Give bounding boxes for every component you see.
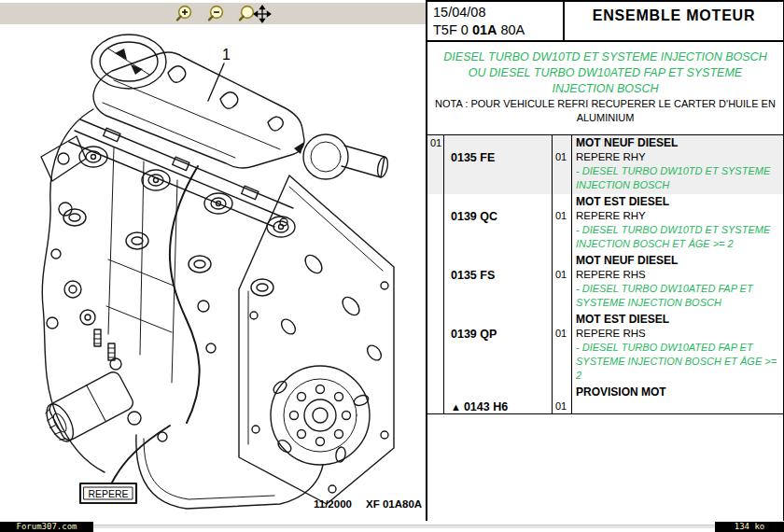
nota-line: ALUMINIUM: [427, 111, 783, 125]
part-subtitle: REPERE RHY: [576, 150, 781, 164]
triangle-marker-icon: ▲: [451, 401, 461, 413]
engine-block: [239, 175, 394, 504]
part-condition: - DIESEL TURBO DW10ATED FAP ET SYSTEME I…: [576, 282, 781, 310]
part-reference: ▲0143 H6: [444, 385, 553, 413]
part-reference: 0135 FE: [444, 135, 553, 194]
diagram-toolbar: [0, 3, 426, 25]
part-condition: - DIESEL TURBO DW10ATED FAP ET SYSTEME I…: [576, 341, 781, 383]
page-title: ENSEMBLE MOTEUR: [565, 2, 783, 40]
part-reference: 0139 QC: [444, 194, 553, 253]
code-page: 01A: [472, 22, 497, 37]
svg-text:1: 1: [222, 47, 231, 63]
applicability-line: OU DIESEL TURBO DW10ATED FAP ET SYSTEME: [427, 65, 783, 81]
part-description: MOT EST DIESEL REPERE RHY - DIESEL TURBO…: [572, 194, 783, 253]
part-description: MOT NEUF DIESEL REPERE RHY - DIESEL TURB…: [572, 135, 783, 194]
part-description: MOT NEUF DIESEL REPERE RHS - DIESEL TURB…: [572, 253, 783, 312]
repere-label-box: REPERE: [80, 426, 170, 503]
move-arrows-icon: [254, 6, 271, 22]
part-quantity: 01: [553, 385, 572, 413]
part-subtitle: REPERE RHY: [576, 209, 781, 223]
part-quantity: 01: [553, 194, 572, 253]
part-quantity: 01: [553, 135, 572, 194]
diagram-panel: 1 REPERE 11/2000 XF 01A80A: [0, 0, 426, 521]
item-index: [427, 385, 444, 413]
part-condition: - DIESEL TURBO DW10TD ET SYSTEME INJECTI…: [576, 164, 781, 192]
part-reference: 0135 FS: [444, 253, 553, 312]
part-title: PROVISION MOT: [576, 385, 781, 399]
part-quantity: 01: [553, 312, 572, 385]
parts-table: 01 0135 FE 01 MOT NEUF DIESEL REPERE RHY…: [427, 135, 783, 414]
table-row: 0135 FS 01 MOT NEUF DIESEL REPERE RHS - …: [427, 253, 783, 312]
oil-pan: [136, 435, 323, 509]
part-quantity: 01: [553, 253, 572, 312]
svg-text:XF 01A80A: XF 01A80A: [366, 498, 422, 510]
item-index: [427, 253, 444, 312]
part-title: MOT NEUF DIESEL: [576, 254, 781, 268]
document-header: 15/04/08 T5F 001A80A ENSEMBLE MOTEUR: [427, 2, 783, 42]
watermark-left: Forum307.com: [0, 522, 93, 532]
document-code: T5F 001A80A: [433, 21, 563, 39]
table-row: 0139 QP 01 MOT EST DIESEL REPERE RHS - D…: [427, 312, 783, 385]
item-index: [427, 312, 444, 385]
applicability-line: DIESEL TURBO DW10TD ET SYSTEME INJECTION…: [427, 49, 783, 65]
svg-text:11/2000: 11/2000: [314, 498, 352, 510]
zoom-out-icon[interactable]: [205, 4, 226, 24]
svg-text:REPERE: REPERE: [88, 488, 128, 499]
table-row: 01 0135 FE 01 MOT NEUF DIESEL REPERE RHY…: [427, 135, 783, 194]
code-suffix: 80A: [500, 22, 525, 37]
cylinder-head: [63, 119, 295, 296]
code-prefix: T5F 0: [433, 22, 469, 37]
parts-catalog-page: 1 REPERE 11/2000 XF 01A80A 15: [0, 0, 784, 532]
part-description: PROVISION MOT: [572, 385, 783, 413]
part-condition: - DIESEL TURBO DW10TD ET SYSTEME INJECTI…: [576, 223, 781, 251]
applicability-line: INJECTION BOSCH: [427, 81, 783, 97]
document-meta: 15/04/08 T5F 001A80A: [427, 2, 565, 40]
part-title: MOT EST DIESEL: [576, 313, 781, 327]
table-row: ▲0143 H6 01 PROVISION MOT: [427, 385, 783, 413]
parts-panel: 15/04/08 T5F 001A80A ENSEMBLE MOTEUR DIE…: [426, 0, 784, 521]
table-row: 0139 QC 01 MOT EST DIESEL REPERE RHY - D…: [427, 194, 783, 253]
file-size-badge: 134 ko: [715, 522, 784, 532]
document-date: 15/04/08: [433, 4, 563, 21]
thermostat-housing: [303, 134, 389, 179]
item-index: 01: [427, 135, 444, 194]
applicability-note: DIESEL TURBO DW10TD ET SYSTEME INJECTION…: [427, 42, 783, 135]
zoom-pan-icon[interactable]: [237, 4, 273, 24]
part-subtitle: REPERE RHS: [576, 327, 781, 341]
part-title: MOT EST DIESEL: [576, 195, 781, 209]
valve-cover: [93, 52, 304, 168]
item-index: [427, 194, 444, 253]
oil-filter: [40, 370, 135, 446]
zoom-in-icon[interactable]: [174, 4, 194, 24]
flywheel: [271, 366, 370, 465]
engine-diagram: 1 REPERE 11/2000 XF 01A80A: [4, 26, 422, 513]
part-subtitle: REPERE RHS: [576, 268, 781, 282]
part-title: MOT NEUF DIESEL: [576, 136, 781, 150]
diagram-footer: 11/2000 XF 01A80A: [314, 498, 422, 510]
part-reference: 0139 QP: [444, 312, 553, 385]
nota-line: NOTA : POUR VEHICULE REFRI RECUPERER LE …: [427, 97, 783, 111]
window-bottom-rule: [0, 525, 784, 528]
part-description: MOT EST DIESEL REPERE RHS - DIESEL TURBO…: [572, 312, 783, 385]
oil-filler-cap: [91, 35, 166, 89]
